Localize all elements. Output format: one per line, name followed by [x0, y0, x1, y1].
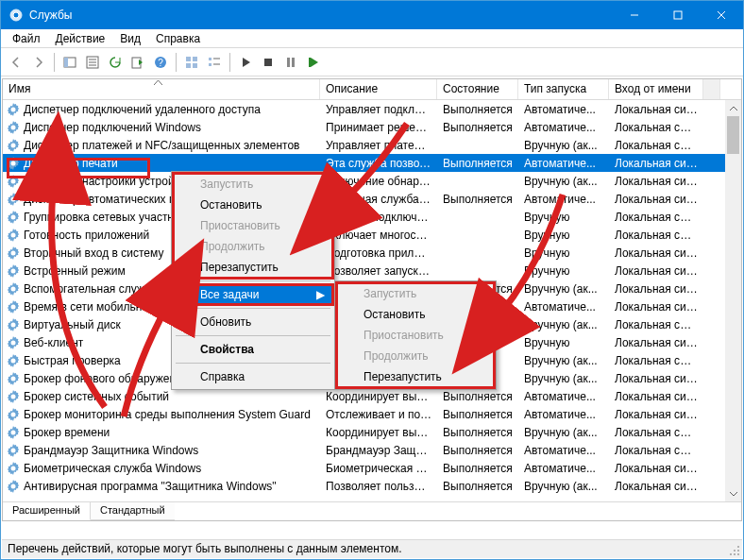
service-row[interactable]: Брандмауэр Защитника WindowsБрандмауэр З… — [3, 441, 741, 459]
svg-point-49 — [737, 546, 739, 548]
service-row[interactable]: Биометрическая служба WindowsБиометричес… — [3, 459, 741, 477]
service-row[interactable]: Встроенный режимПозволяет запускать...Вр… — [3, 262, 741, 280]
view-large-button[interactable] — [180, 51, 203, 74]
ctx-all-tasks[interactable]: Все задачи ▶ — [174, 284, 332, 305]
gear-icon — [6, 120, 21, 135]
refresh-button[interactable] — [104, 51, 127, 74]
stop-service-button[interactable] — [257, 51, 279, 74]
service-row[interactable]: Вторичный вход в системуПодготовка прило… — [3, 244, 741, 262]
gear-icon — [6, 335, 21, 350]
forward-button[interactable] — [27, 51, 50, 74]
sub-restart[interactable]: Перезапустить — [337, 366, 494, 387]
svg-point-37 — [11, 286, 16, 291]
scroll-up-button[interactable] — [725, 100, 741, 116]
ctx-stop[interactable]: Остановить — [174, 195, 332, 215]
service-row[interactable]: Брокер времениКоординирует выпол...Выпол… — [3, 423, 741, 441]
service-startup: Вручную — [518, 336, 609, 349]
service-state: Выполняется — [437, 462, 518, 475]
properties-button[interactable] — [81, 51, 104, 74]
menu-help[interactable]: Справка — [148, 30, 208, 47]
service-row[interactable]: Диспетчер настройки устройствВключение о… — [3, 172, 741, 190]
status-bar: Перечень действий, которые могут быть вы… — [2, 539, 742, 558]
service-startup: Автоматиче... — [518, 193, 609, 206]
ctx-help[interactable]: Справка — [174, 366, 332, 387]
show-hide-button[interactable] — [59, 51, 81, 74]
pause-service-button[interactable] — [279, 51, 302, 74]
col-logon[interactable]: Вход от имени — [609, 79, 703, 99]
tab-standard[interactable]: Стандартный — [91, 502, 175, 520]
maximize-button[interactable] — [656, 1, 700, 29]
service-row[interactable]: Группировка сетевых участниковСоздает по… — [3, 208, 741, 226]
service-logon: Локальная сис... — [609, 193, 703, 206]
service-logon: Локальная сис... — [609, 336, 703, 349]
service-row[interactable]: Брокер мониторинга среды выполнения Syst… — [3, 405, 741, 423]
scroll-thumb[interactable] — [727, 116, 739, 154]
back-button[interactable] — [5, 51, 27, 74]
service-logon: Локальная сис... — [609, 264, 703, 278]
menu-file[interactable]: Файл — [5, 30, 48, 47]
service-startup: Автоматиче... — [518, 444, 609, 457]
service-row[interactable]: Готовность приложенийВключает многостор.… — [3, 226, 741, 244]
service-desc: Основная служба Win... — [320, 193, 437, 206]
service-row[interactable]: Антивирусная программа "Защитника Window… — [3, 477, 741, 495]
menu-view[interactable]: Вид — [112, 30, 148, 47]
help-button[interactable]: ? — [149, 51, 172, 74]
sub-stop[interactable]: Остановить — [337, 304, 494, 325]
service-desc: Позволяет запускать... — [320, 264, 437, 278]
context-menu: Запустить Остановить Приостановить Продо… — [171, 171, 335, 390]
ctx-resume: Продолжить — [174, 236, 332, 257]
restart-service-button[interactable] — [302, 51, 325, 74]
col-name[interactable]: Имя — [3, 79, 320, 99]
col-scroll-spacer — [703, 79, 720, 99]
vertical-scrollbar[interactable] — [725, 100, 741, 501]
menubar: Файл Действие Вид Справка — [1, 29, 743, 48]
service-startup: Автоматиче... — [518, 390, 609, 403]
service-row[interactable]: Диспетчер автоматических подключенийОсно… — [3, 190, 741, 208]
svg-point-30 — [11, 161, 16, 165]
menu-action[interactable]: Действие — [48, 30, 113, 47]
close-button[interactable] — [700, 1, 743, 29]
svg-point-50 — [734, 550, 736, 552]
service-startup: Автоматиче... — [518, 462, 609, 475]
service-startup: Вручную (ак... — [518, 318, 609, 331]
svg-point-35 — [11, 250, 16, 255]
scroll-down-button[interactable] — [725, 485, 741, 501]
service-logon: Локальная сис... — [609, 408, 703, 421]
gear-icon — [6, 425, 21, 440]
service-name: Брокер времени — [24, 426, 110, 439]
col-startup[interactable]: Тип запуска — [518, 79, 609, 99]
service-logon: Локальная сис... — [609, 175, 703, 188]
col-state[interactable]: Состояние — [437, 79, 518, 99]
export-button[interactable] — [127, 51, 149, 74]
service-logon: Локальная сис... — [609, 157, 703, 170]
gear-icon — [6, 210, 21, 225]
minimize-button[interactable] — [613, 1, 656, 29]
svg-point-53 — [734, 553, 736, 555]
service-row[interactable]: Диспетчер печатиЭта служба позволяет...В… — [3, 154, 741, 172]
service-startup: Автоматиче... — [518, 103, 609, 116]
svg-point-43 — [11, 394, 16, 399]
resize-grip-icon[interactable] — [729, 545, 740, 556]
service-row[interactable]: Диспетчер платежей и NFC/защищенных элем… — [3, 136, 741, 154]
svg-point-52 — [730, 553, 732, 555]
service-desc: Создает подключение... — [320, 211, 437, 224]
service-name: Встроенный режим — [24, 264, 126, 278]
tab-extended[interactable]: Расширенный — [3, 502, 91, 520]
ctx-properties[interactable]: Свойства — [174, 339, 332, 360]
view-details-button[interactable] — [203, 51, 226, 74]
service-row[interactable]: Диспетчер подключений WindowsПринимает р… — [3, 118, 741, 136]
service-state: Выполняется — [437, 390, 518, 403]
col-description[interactable]: Описание — [320, 79, 437, 99]
ctx-start: Запустить — [174, 174, 332, 195]
service-desc: Эта служба позволяет... — [320, 157, 437, 170]
svg-rect-26 — [309, 58, 311, 67]
svg-point-39 — [11, 322, 16, 327]
service-desc: Биометрическая слу... — [320, 462, 437, 475]
service-row[interactable]: Диспетчер подключений удаленного доступа… — [3, 100, 741, 118]
service-name: Быстрая проверка — [24, 354, 121, 367]
ctx-refresh[interactable]: Обновить — [174, 312, 332, 332]
start-service-button[interactable] — [234, 51, 257, 74]
ctx-restart[interactable]: Перезапустить — [174, 257, 332, 278]
sub-resume: Продолжить — [337, 346, 494, 366]
service-desc: Подготовка приложе... — [320, 246, 437, 260]
